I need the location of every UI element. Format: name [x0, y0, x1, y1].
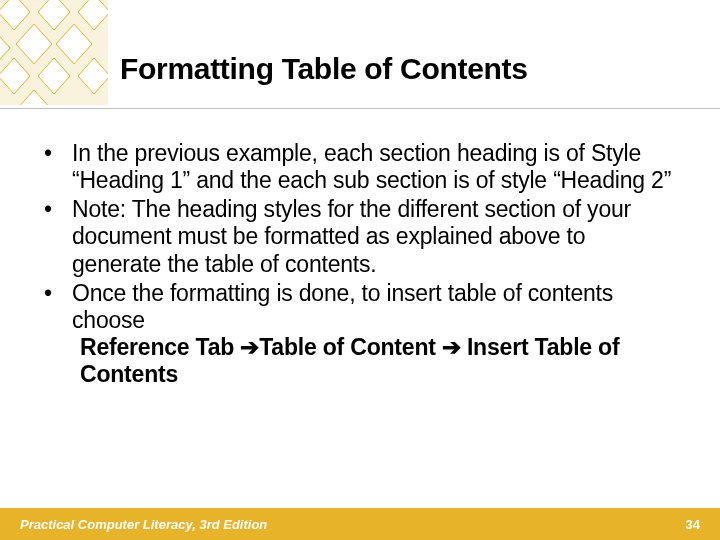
arrow-icon: ➔	[442, 334, 461, 360]
footer-book-title: Practical Computer Literacy, 3rd Edition	[20, 517, 267, 532]
bullet-item: Note: The heading styles for the differe…	[40, 196, 680, 277]
svg-marker-3	[78, 0, 108, 30]
svg-rect-0	[0, 0, 108, 105]
slide-body: In the previous example, each section he…	[40, 140, 680, 390]
svg-marker-2	[38, 0, 70, 30]
path-segment: Reference Tab	[80, 334, 240, 360]
corner-decoration	[0, 0, 108, 105]
svg-marker-1	[0, 0, 30, 30]
svg-marker-8	[38, 58, 70, 94]
bullet-text: In the previous example, each section he…	[72, 140, 671, 193]
bullet-text: Note: The heading styles for the differe…	[72, 196, 631, 276]
svg-marker-6	[56, 24, 92, 64]
footer-page-number: 34	[686, 517, 700, 532]
slide-title: Formatting Table of Contents	[120, 52, 528, 86]
title-divider	[0, 108, 720, 109]
svg-marker-4	[0, 30, 10, 66]
bullet-item: Once the formatting is done, to insert t…	[40, 280, 680, 389]
svg-marker-5	[16, 24, 52, 64]
menu-path: Reference Tab ➔Table of Content ➔ Insert…	[72, 334, 680, 388]
path-segment: Table of Content	[259, 334, 442, 360]
arrow-icon: ➔	[240, 334, 259, 360]
bullet-text: Once the formatting is done, to insert t…	[72, 280, 613, 333]
svg-marker-10	[16, 90, 52, 105]
svg-marker-7	[0, 58, 30, 94]
svg-marker-9	[78, 58, 108, 94]
footer-bar: Practical Computer Literacy, 3rd Edition…	[0, 508, 720, 540]
bullet-item: In the previous example, each section he…	[40, 140, 680, 194]
